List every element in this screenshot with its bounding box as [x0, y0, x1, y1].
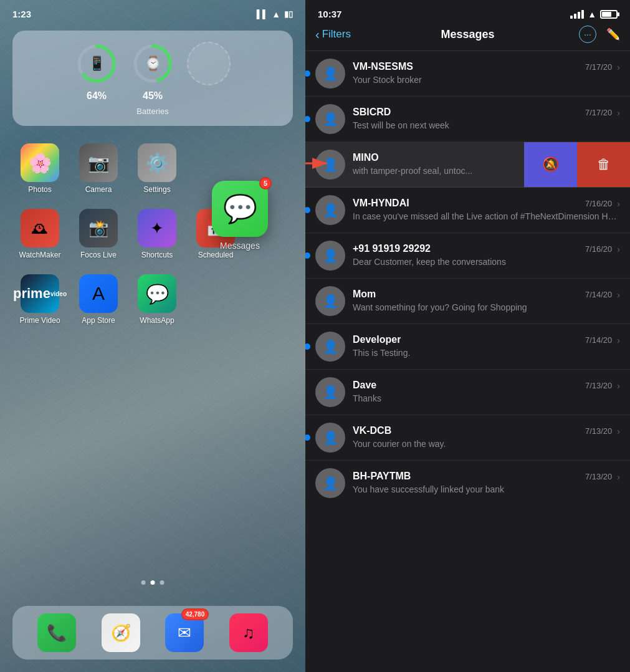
- message-content-1: VM-NSESMS 7/17/20 › Your Stock broker: [353, 61, 620, 85]
- message-item[interactable]: 👤 BH-PAYTMB 7/13/20 › You have successfu…: [305, 461, 630, 506]
- delete-button[interactable]: 🗑: [577, 142, 630, 187]
- dock-safari[interactable]: 🧭: [102, 613, 140, 652]
- app-camera[interactable]: 📷 Camera: [74, 143, 123, 194]
- phone-battery-icon: 📱: [88, 55, 105, 72]
- battery-widget-title: Batteries: [25, 107, 280, 116]
- mute-button[interactable]: 🔕: [524, 142, 577, 187]
- watch-battery-pct: 45%: [143, 90, 163, 102]
- chevron-5: ›: [617, 244, 620, 254]
- back-chevron-icon: ‹: [315, 27, 320, 42]
- date-7: 7/14/20 ›: [585, 335, 620, 345]
- app-watchmaker[interactable]: 🕰 WatchMaker: [15, 209, 65, 259]
- avatar-10: 👤: [315, 468, 345, 498]
- avatar-9: 👤: [315, 423, 345, 453]
- dock-phone[interactable]: 📞: [37, 613, 76, 652]
- avatar-7: 👤: [315, 332, 345, 362]
- preview-7: This is Testing.: [353, 347, 620, 358]
- back-button[interactable]: ‹ Filters: [315, 27, 351, 42]
- dock-music[interactable]: ♫: [229, 613, 268, 652]
- status-bar-right: 10:37 ▲: [305, 0, 630, 19]
- messages-app-zoomed[interactable]: 💬 5 Messages: [212, 181, 268, 251]
- sender-7: Developer: [353, 334, 401, 345]
- mail-badge: 42,780: [181, 608, 209, 620]
- watchmaker-icon: 🕰: [21, 209, 59, 247]
- avatar-4: 👤: [315, 195, 345, 225]
- message-content-6: Mom 7/14/20 › Want something for you? Go…: [353, 289, 620, 313]
- sender-4: VM-HYNDAI: [353, 198, 409, 209]
- dock-mail[interactable]: ✉ 42,780: [165, 613, 204, 652]
- message-item[interactable]: 👤 Developer 7/14/20 › This is Testing.: [305, 324, 630, 370]
- message-content-9: VK-DCB 7/13/20 › Your courier on the way…: [353, 425, 620, 449]
- photos-icon: 🌸: [21, 143, 59, 182]
- unread-dot-5: [305, 252, 310, 259]
- avatar-container-3: 👤: [315, 150, 345, 180]
- avatar-container-5: 👤: [315, 241, 345, 271]
- signal-icon-right: [570, 10, 584, 19]
- sender-9: VK-DCB: [353, 425, 391, 436]
- message-item[interactable]: 👤 VK-DCB 7/13/20 › Your courier on the w…: [305, 415, 630, 461]
- avatar-3: 👤: [315, 150, 345, 180]
- watchmaker-label: WatchMaker: [19, 251, 61, 259]
- home-screen: 1:23 ▌▌ ▲ ▮▯ 📱 64%: [0, 0, 305, 672]
- message-item[interactable]: 👤 +91 91919 29292 7/16/20 › Dear Custome…: [305, 233, 630, 279]
- app-primevideo[interactable]: primevideo Prime Video: [15, 274, 65, 325]
- battery-icon: ▮▯: [284, 9, 293, 19]
- music-dock-icon: ♫: [229, 613, 268, 652]
- chevron-6: ›: [617, 290, 620, 300]
- compose-button[interactable]: ✏️: [606, 27, 620, 41]
- message-item-swiped[interactable]: 👤 MINO with tamper-proof seal, untoc...: [305, 142, 630, 188]
- date-10: 7/13/20 ›: [585, 472, 620, 482]
- watch-battery-icon: ⌚: [145, 55, 161, 72]
- unread-dot-1: [305, 70, 310, 77]
- wifi-icon-right: ▲: [588, 9, 596, 19]
- nav-bar: ‹ Filters Messages ··· ✏️: [305, 19, 630, 51]
- battery-item-empty: [187, 42, 231, 102]
- swipe-actions: 🔕 🗑: [524, 142, 630, 187]
- avatar-8: 👤: [315, 377, 345, 407]
- app-shortcuts[interactable]: ✦ Shortcuts: [132, 209, 182, 259]
- avatar-6: 👤: [315, 286, 345, 316]
- message-item[interactable]: 👤 Dave 7/13/20 › Thanks: [305, 370, 630, 415]
- preview-1: Your Stock broker: [353, 74, 620, 85]
- app-whatsapp[interactable]: 💬 WhatsApp: [132, 274, 182, 325]
- time-left: 1:23: [12, 9, 31, 19]
- back-label: Filters: [322, 28, 351, 41]
- messages-badge: 5: [259, 177, 272, 190]
- avatar-container-1: 👤: [315, 59, 345, 89]
- sender-5: +91 91919 29292: [353, 243, 431, 254]
- sender-8: Dave: [353, 380, 376, 391]
- focos-icon: 📸: [79, 209, 118, 247]
- avatar-1: 👤: [315, 59, 345, 89]
- avatar-container-9: 👤: [315, 423, 345, 453]
- preview-2: Test will be on next week: [353, 120, 620, 131]
- phone-battery-pct: 64%: [87, 90, 107, 102]
- appstore-icon: A: [79, 274, 118, 313]
- settings-label: Settings: [143, 185, 170, 194]
- avatar-container-8: 👤: [315, 377, 345, 407]
- messages-zoomed-label: Messages: [220, 241, 260, 251]
- settings-icon: ⚙️: [138, 143, 176, 182]
- app-appstore[interactable]: A App Store: [74, 274, 123, 325]
- ellipsis-button[interactable]: ···: [579, 26, 596, 43]
- chevron-2: ›: [617, 108, 620, 118]
- battery-item-phone: 📱 64%: [75, 42, 118, 102]
- app-settings[interactable]: ⚙️ Settings: [132, 143, 182, 194]
- mute-icon: 🔕: [542, 156, 559, 173]
- dot-2: [151, 580, 155, 585]
- app-photos[interactable]: 🌸 Photos: [15, 143, 65, 194]
- sender-10: BH-PAYTMB: [353, 471, 411, 482]
- primevideo-icon: primevideo: [21, 274, 59, 313]
- delete-icon: 🗑: [597, 156, 611, 173]
- message-item[interactable]: 👤 SBICRD 7/17/20 › Test will be on next …: [305, 97, 630, 142]
- battery-icon-right: [600, 10, 618, 19]
- camera-label: Camera: [85, 185, 112, 194]
- time-right: 10:37: [318, 9, 341, 19]
- app-focos[interactable]: 📸 Focos Live: [74, 209, 123, 259]
- message-item[interactable]: 👤 VM-NSESMS 7/17/20 › Your Stock broker: [305, 51, 630, 97]
- appstore-label: App Store: [82, 316, 115, 325]
- message-item[interactable]: 👤 VM-HYNDAI 7/16/20 › In case you've mis…: [305, 188, 630, 233]
- unread-dot-9: [305, 434, 310, 441]
- message-item[interactable]: 👤 Mom 7/14/20 › Want something for you? …: [305, 279, 630, 324]
- message-list: 👤 VM-NSESMS 7/17/20 › Your Stock broker …: [305, 51, 630, 672]
- phone-dock-icon: 📞: [37, 613, 76, 652]
